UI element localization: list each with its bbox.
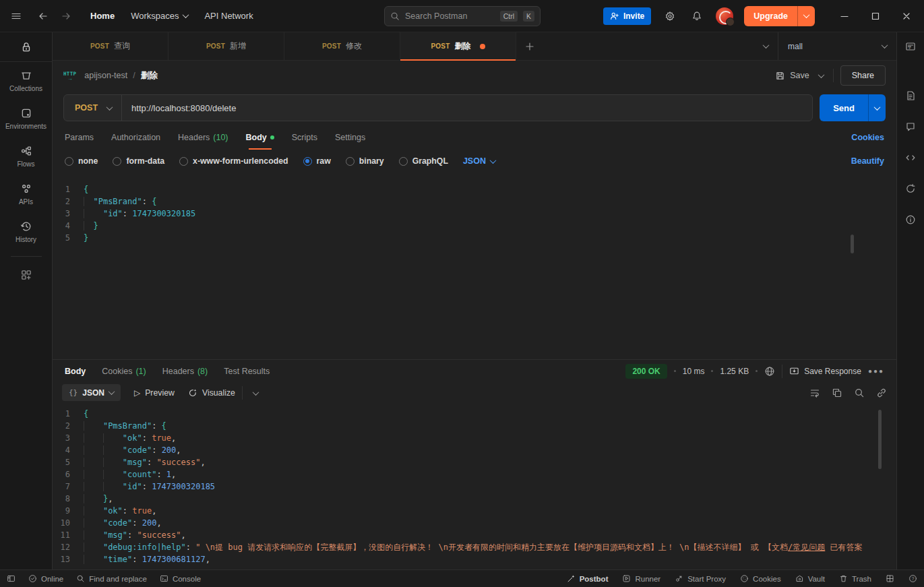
response-tab-test-results[interactable]: Test Results — [224, 367, 270, 376]
runner-button[interactable]: Runner — [622, 574, 660, 583]
notifications-bell-icon[interactable] — [689, 8, 705, 24]
status-badge[interactable]: 200 OK — [625, 364, 667, 379]
response-tab-headers[interactable]: Headers (8) — [162, 367, 208, 376]
tab-body[interactable]: Body — [246, 125, 274, 150]
share-button[interactable]: Share — [840, 65, 886, 86]
mode-graphql[interactable]: GraphQL — [399, 156, 448, 166]
tab-settings[interactable]: Settings — [335, 125, 365, 150]
editor-tab-2[interactable]: POST 新增 — [168, 32, 284, 60]
mode-raw[interactable]: raw — [303, 156, 331, 166]
documentation-icon[interactable] — [905, 90, 916, 101]
window-maximize-icon[interactable] — [866, 8, 885, 24]
start-proxy-button[interactable]: Start Proxy — [675, 574, 726, 583]
upgrade-dropdown[interactable] — [797, 6, 815, 26]
visualize-button[interactable]: Visualize — [188, 388, 235, 398]
nav-workspaces[interactable]: Workspaces — [131, 11, 188, 21]
invite-button[interactable]: Invite — [603, 7, 651, 25]
network-globe-icon[interactable] — [764, 366, 775, 377]
copy-icon[interactable] — [832, 388, 842, 398]
console-button[interactable]: Console — [160, 574, 201, 583]
sidebar-item-collections[interactable]: Collections — [0, 62, 52, 100]
response-time[interactable]: 10 ms — [683, 367, 705, 376]
settings-gear-icon[interactable] — [662, 8, 678, 24]
response-tab-cookies[interactable]: Cookies (1) — [102, 367, 146, 376]
trash-button[interactable]: Trash — [839, 574, 871, 583]
send-button[interactable]: Send — [820, 94, 886, 121]
more-options-icon[interactable]: ●●● — [868, 367, 884, 375]
toggle-sidebar-icon[interactable] — [7, 574, 16, 583]
request-editor-scrollbar[interactable] — [851, 235, 854, 253]
sidebar-item-history[interactable]: History — [0, 213, 52, 251]
toolbar-chevron-icon[interactable] — [253, 388, 258, 398]
response-size[interactable]: 1.25 KB — [720, 367, 749, 376]
mode-form-data[interactable]: form-data — [113, 156, 164, 166]
vault-button[interactable]: Vault — [795, 574, 825, 583]
tab-authorization[interactable]: Authorization — [111, 125, 160, 150]
preview-button[interactable]: ▷Preview — [134, 388, 175, 398]
find-and-replace[interactable]: Find and replace — [76, 574, 147, 583]
response-format-selector[interactable]: {} JSON — [62, 384, 121, 401]
tab-scripts[interactable]: Scripts — [292, 125, 317, 150]
sidebar-item-apis[interactable]: APIs — [0, 175, 52, 213]
user-avatar[interactable] — [716, 7, 733, 25]
help-icon[interactable]: ? — [908, 574, 917, 583]
language-selector[interactable]: JSON — [463, 156, 495, 166]
mode-none[interactable]: none — [65, 156, 98, 166]
postbot-button[interactable]: Postbot — [567, 574, 609, 583]
save-button[interactable]: Save — [775, 71, 809, 81]
mode-binary[interactable]: binary — [346, 156, 384, 166]
editor-tab-bar: POST 查询 POST 新增 POST 修改 POST 删除 mall — [53, 32, 896, 61]
hamburger-menu-icon[interactable] — [8, 8, 24, 24]
search-in-response-icon[interactable] — [854, 388, 865, 398]
flows-icon — [20, 145, 32, 157]
environment-selector[interactable]: mall — [778, 32, 896, 60]
code-line: 3 "id": 1747300320185 — [53, 208, 896, 220]
tab-overflow-chevron-icon[interactable] — [754, 32, 778, 60]
breadcrumb-request-name[interactable]: 删除 — [141, 70, 158, 82]
response-scrollbar[interactable] — [878, 410, 882, 469]
editor-tab-4-active[interactable]: POST 删除 — [400, 32, 516, 60]
configure-workbar-icon[interactable] — [20, 262, 32, 288]
editor-tab-3[interactable]: POST 修改 — [284, 32, 400, 60]
editor-tab-1[interactable]: POST 查询 — [53, 32, 168, 60]
save-response-button[interactable]: Save Response — [789, 366, 861, 376]
response-body-viewer[interactable]: 1{2 "PmsBrand": {3 "ok": true,4 "code": … — [53, 403, 896, 569]
beautify-link[interactable]: Beautify — [851, 156, 884, 166]
request-url-row: POST http://localhost:8080/delete Send — [53, 90, 896, 125]
method-selector-label[interactable]: POST — [64, 103, 107, 113]
upgrade-button[interactable]: Upgrade — [744, 6, 815, 26]
nav-home[interactable]: Home — [90, 11, 115, 21]
cookies-button[interactable]: Cookies — [740, 574, 781, 583]
sidebar-item-environments[interactable]: Environments — [0, 100, 52, 137]
url-input[interactable]: http://localhost:8080/delete — [122, 103, 812, 113]
mode-x-www-form-urlencoded[interactable]: x-www-form-urlencoded — [179, 156, 288, 166]
window-close-icon[interactable] — [897, 8, 916, 24]
forward-arrow-icon[interactable] — [58, 8, 74, 24]
tab-params[interactable]: Params — [65, 125, 94, 150]
online-status[interactable]: Online — [28, 574, 63, 583]
save-dropdown-chevron[interactable] — [816, 68, 826, 83]
body-has-content-dot — [270, 135, 274, 140]
response-tab-body[interactable]: Body — [65, 367, 86, 376]
link-icon[interactable] — [876, 388, 887, 398]
tab-headers[interactable]: Headers (10) — [178, 125, 228, 150]
info-icon[interactable] — [905, 214, 916, 225]
comments-icon[interactable] — [905, 121, 916, 132]
cookies-link[interactable]: Cookies — [851, 133, 884, 142]
sync-icon[interactable] — [905, 183, 916, 194]
split-panes-icon[interactable] — [886, 574, 894, 583]
search-input[interactable]: Search Postman Ctrl K — [384, 6, 541, 26]
request-body-editor[interactable]: 1{2 "PmsBrand": {3 "id": 17473003201854 … — [53, 173, 896, 359]
nav-api-network[interactable]: API Network — [204, 11, 253, 21]
breadcrumb-collection[interactable]: apijson-test — [84, 71, 127, 80]
window-minimize-icon[interactable] — [835, 8, 854, 24]
code-snippet-icon[interactable] — [905, 152, 916, 163]
back-arrow-icon[interactable] — [35, 8, 51, 24]
method-dropdown-chevron[interactable] — [107, 103, 121, 113]
environment-quick-look-icon[interactable]: x — [905, 41, 916, 52]
sidebar-item-flows[interactable]: Flows — [0, 137, 52, 175]
new-tab-plus-icon[interactable] — [516, 32, 543, 60]
wrap-text-icon[interactable] — [809, 388, 820, 398]
send-dropdown-chevron[interactable] — [868, 94, 886, 121]
lock-icon[interactable] — [0, 32, 52, 62]
